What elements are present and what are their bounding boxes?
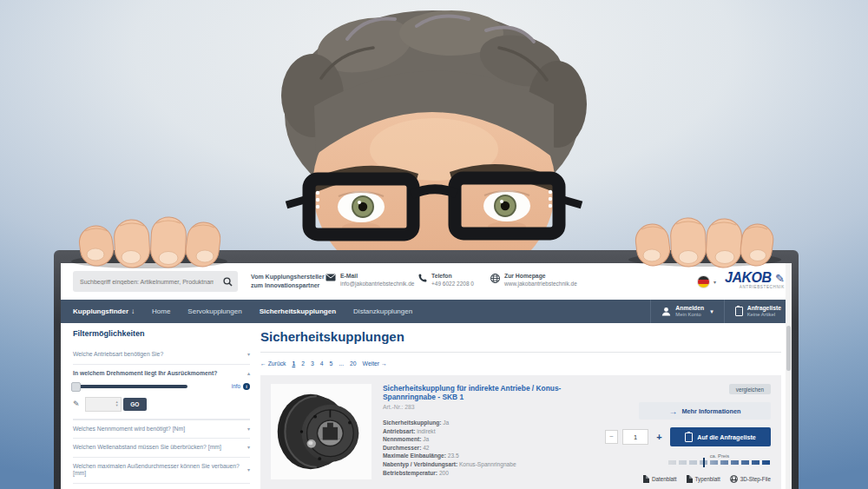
pagination-page[interactable]: 20 — [350, 360, 357, 367]
document-icon — [643, 475, 649, 483]
spec-row: Betriebstemperatur: 200 — [383, 469, 612, 478]
chevron-down-icon: ▾ — [247, 351, 250, 359]
chevron-down-icon: ▾ — [710, 308, 713, 315]
download-datenblatt[interactable]: Datenblatt — [643, 475, 677, 483]
filter-drehmoment-expanded: In welchem Drehmoment liegt Ihr Ausrückm… — [73, 365, 250, 420]
spec-row: Nabentyp / Verbindungsart: Konus-Spannri… — [383, 460, 612, 469]
download-links: Datenblatt Typenblatt 3D-Step-File — [643, 475, 771, 483]
language-selector[interactable]: ▾ — [697, 275, 716, 288]
request-list-menu[interactable]: Anfrageliste Keine Artikel — [724, 300, 792, 323]
add-to-request-list-button[interactable]: Auf die Anfrageliste — [670, 427, 771, 446]
pagination-page[interactable]: 5 — [330, 360, 333, 367]
info-link[interactable]: info i — [232, 383, 250, 390]
torque-slider-handle[interactable] — [71, 382, 81, 392]
spec-row: Sicherheitskupplung: Ja — [383, 419, 612, 427]
spec-row: Antriebsart: indirekt — [383, 427, 612, 436]
german-flag-icon — [697, 275, 710, 288]
qty-input[interactable] — [622, 429, 648, 445]
browser-screen: Vom Kupplungshersteller zum Innovationsp… — [61, 263, 792, 489]
compare-button[interactable]: vergleichen — [729, 384, 771, 394]
account-menu[interactable]: Anmelden Mein Konto ▾ — [650, 300, 723, 323]
coupling-product-photo — [276, 388, 366, 475]
chevron-down-icon: ▾ — [247, 444, 250, 452]
pagination-pages: 12345...20 — [292, 360, 356, 367]
arrow-right-icon: → — [668, 406, 677, 416]
nav-item-home[interactable]: Home — [143, 300, 179, 323]
price-indicator: ca. Preis — [668, 453, 771, 465]
price-marker — [703, 458, 705, 467]
main-content: Sicherheitskupplungen ← Zurück 12345...2… — [260, 329, 781, 489]
arrow-down-icon: ↓ — [131, 307, 135, 315]
pagination: ← Zurück 12345...20 Weiter → — [260, 360, 781, 367]
company-logo[interactable]: JAKOB ✎ ANTRIEBSTECHNIK — [725, 271, 785, 289]
search-button[interactable] — [217, 271, 238, 292]
search-icon — [223, 277, 233, 287]
contact-email[interactable]: E-Mail info@jakobantriebstechnik.de — [326, 272, 414, 287]
more-info-button[interactable]: → Mehr Informationen — [639, 402, 771, 420]
filter-item[interactable]: Welchen maximalen Außendurchmesser könne… — [73, 458, 250, 484]
download-typenblatt[interactable]: Typenblatt — [687, 475, 720, 483]
filter-antriebsart[interactable]: Welche Antriebsart benötigen Sie? ▾ — [73, 346, 250, 365]
filter-item[interactable]: Welchen Wellenabstand müssen Sie überbrü… — [73, 439, 250, 458]
filter-item[interactable]: Was ist Ihre verfügbare Einbaulänge ? [m… — [73, 484, 250, 489]
document-icon — [687, 475, 693, 483]
filter-drehmoment-header[interactable]: In welchem Drehmoment liegt Ihr Ausrückm… — [73, 370, 250, 376]
page-title: Sicherheitskupplungen — [260, 329, 781, 353]
edit-pencil-icon: ✎ — [73, 400, 80, 408]
product-card: Sicherheitskupplung für indirekte Antrie… — [260, 375, 781, 489]
product-image[interactable] — [271, 384, 372, 479]
chevron-down-icon: ▾ — [247, 466, 250, 474]
spec-row: Nennmoment: Ja — [383, 435, 612, 444]
globe-icon — [490, 274, 500, 283]
pencil-logo-icon: ✎ — [775, 272, 785, 285]
chevron-down-icon: ▾ — [713, 279, 716, 285]
pagination-prev[interactable]: ← Zurück — [260, 360, 286, 367]
pagination-page[interactable]: ... — [339, 360, 344, 367]
filter-item[interactable]: Welches Nennmoment wird benötigt? [Nm] ▾ — [73, 420, 250, 439]
logo-subtext: ANTRIEBSTECHNIK — [725, 285, 785, 289]
search-box — [73, 271, 238, 292]
price-scale-bar — [668, 460, 771, 465]
go-button[interactable]: GO — [123, 398, 147, 411]
main-navigation: Kupplungsfinder ↓ Home Servokupplungen S… — [61, 300, 792, 323]
download-3d-step-file[interactable]: 3D-Step-File — [730, 475, 771, 483]
sidebar-title: Filtermöglichkeiten — [73, 329, 250, 338]
search-input[interactable] — [73, 279, 217, 285]
filter-sidebar: Filtermöglichkeiten Welche Antriebsart b… — [73, 329, 250, 489]
pagination-page[interactable]: 3 — [311, 360, 314, 367]
product-name[interactable]: Sicherheitskupplung für indirekte Antrie… — [383, 384, 612, 401]
pagination-page[interactable]: 1 — [292, 360, 295, 367]
nav-item-sicherheitskupplungen[interactable]: Sicherheitskupplungen — [251, 300, 345, 323]
clipboard-icon — [685, 433, 693, 442]
pagination-page[interactable]: 2 — [301, 360, 305, 367]
hair — [281, 10, 587, 219]
contact-homepage[interactable]: Zur Homepage www.jakobantriebstechnik.de — [490, 272, 577, 287]
torque-slider-track[interactable] — [73, 385, 187, 388]
product-artnr: Art.-Nr.: 283 — [383, 404, 612, 410]
chevron-down-icon: ▾ — [247, 426, 250, 433]
nav-item-servokupplungen[interactable]: Servokupplungen — [179, 300, 250, 323]
pagination-next[interactable]: Weiter → — [363, 360, 387, 367]
globe-icon — [730, 475, 738, 483]
filter-list: Welches Nennmoment wird benötigt? [Nm] ▾… — [73, 420, 250, 489]
phone-icon — [418, 274, 427, 282]
scrollbar-thumb[interactable] — [786, 326, 791, 371]
clipboard-icon — [735, 307, 743, 316]
site-header: Vom Kupplungshersteller zum Innovationsp… — [61, 263, 792, 300]
chevron-up-icon: ▴ — [247, 370, 250, 376]
header-tagline: Vom Kupplungshersteller zum Innovationsp… — [251, 273, 325, 289]
spec-row: Maximale Einbaulänge: 23.5 — [383, 452, 612, 460]
spec-row: Durchmesser: 42 — [383, 444, 612, 453]
email-icon — [326, 274, 336, 281]
qty-plus-button[interactable]: + — [653, 430, 666, 444]
contact-phone[interactable]: Telefon +49 6022 2208 0 — [418, 272, 474, 287]
pagination-page[interactable]: 4 — [320, 360, 324, 367]
qty-minus-button[interactable]: − — [605, 430, 618, 444]
number-spinner-icon[interactable]: ▴▾ — [116, 400, 118, 407]
page-scrollbar — [786, 263, 792, 489]
nav-item-distanzkupplungen[interactable]: Distanzkupplungen — [345, 300, 421, 323]
glasses — [286, 178, 582, 235]
logo-text: JAKOB — [725, 270, 772, 285]
info-icon: i — [243, 383, 250, 390]
nav-item-kupplungsfinder[interactable]: Kupplungsfinder ↓ — [61, 300, 143, 323]
